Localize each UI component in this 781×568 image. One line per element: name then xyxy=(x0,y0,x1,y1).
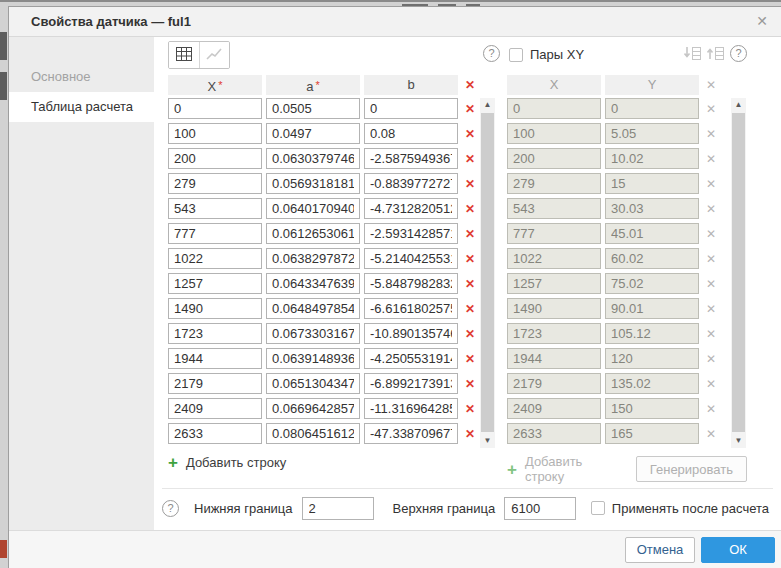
pair-y-input[interactable] xyxy=(605,298,699,319)
scrollbar-thumb[interactable] xyxy=(732,113,745,432)
generate-button[interactable]: Генерировать xyxy=(636,456,747,482)
pair-y-input[interactable] xyxy=(605,173,699,194)
sidebar-item-calc-table[interactable]: Таблица расчета xyxy=(9,92,154,122)
a-input[interactable] xyxy=(266,273,360,294)
pair-x-input[interactable] xyxy=(507,423,601,444)
delete-row-icon[interactable]: ✕ xyxy=(462,327,478,341)
pair-y-input[interactable] xyxy=(605,398,699,419)
x-input[interactable] xyxy=(168,148,262,169)
delete-row-icon[interactable]: ✕ xyxy=(462,302,478,316)
delete-pair-icon[interactable]: ✕ xyxy=(703,252,719,266)
scroll-up-icon[interactable]: ▲ xyxy=(731,98,746,112)
b-input[interactable] xyxy=(364,148,458,169)
pair-y-input[interactable] xyxy=(605,98,699,119)
clear-table-icon[interactable]: ✕ xyxy=(462,78,478,92)
x-input[interactable] xyxy=(168,298,262,319)
pair-y-input[interactable] xyxy=(605,123,699,144)
scroll-down-icon[interactable]: ▼ xyxy=(731,434,746,448)
pair-x-input[interactable] xyxy=(507,273,601,294)
pair-x-input[interactable] xyxy=(507,373,601,394)
help-icon-left-table[interactable]: ? xyxy=(483,45,500,62)
right-table-scrollbar[interactable]: ▲ ▼ xyxy=(731,98,746,448)
delete-row-icon[interactable]: ✕ xyxy=(462,102,478,116)
delete-row-icon[interactable]: ✕ xyxy=(462,277,478,291)
b-input[interactable] xyxy=(364,98,458,119)
delete-row-icon[interactable]: ✕ xyxy=(462,427,478,441)
delete-pair-icon[interactable]: ✕ xyxy=(703,352,719,366)
pair-y-input[interactable] xyxy=(605,423,699,444)
a-input[interactable] xyxy=(266,398,360,419)
pair-y-input[interactable] xyxy=(605,323,699,344)
pair-y-input[interactable] xyxy=(605,273,699,294)
x-input[interactable] xyxy=(168,98,262,119)
scrollbar-thumb[interactable] xyxy=(481,113,494,432)
delete-row-icon[interactable]: ✕ xyxy=(462,352,478,366)
scroll-down-icon[interactable]: ▼ xyxy=(480,434,495,448)
delete-pair-icon[interactable]: ✕ xyxy=(703,152,719,166)
pair-x-input[interactable] xyxy=(507,198,601,219)
x-input[interactable] xyxy=(168,373,262,394)
x-input[interactable] xyxy=(168,123,262,144)
delete-pair-icon[interactable]: ✕ xyxy=(703,302,719,316)
pair-x-input[interactable] xyxy=(507,123,601,144)
b-input[interactable] xyxy=(364,123,458,144)
table-arrow-down-icon[interactable] xyxy=(684,46,702,61)
a-input[interactable] xyxy=(266,423,360,444)
pair-x-input[interactable] xyxy=(507,323,601,344)
delete-pair-icon[interactable]: ✕ xyxy=(703,177,719,191)
delete-row-icon[interactable]: ✕ xyxy=(462,127,478,141)
scroll-up-icon[interactable]: ▲ xyxy=(480,98,495,112)
x-input[interactable] xyxy=(168,248,262,269)
pairs-xy-checkbox[interactable]: Пары XY xyxy=(509,47,584,62)
b-input[interactable] xyxy=(364,373,458,394)
x-input[interactable] xyxy=(168,198,262,219)
cancel-button[interactable]: Отмена xyxy=(625,537,695,563)
b-input[interactable] xyxy=(364,348,458,369)
pair-y-input[interactable] xyxy=(605,248,699,269)
pair-x-input[interactable] xyxy=(507,148,601,169)
pair-y-input[interactable] xyxy=(605,148,699,169)
a-input[interactable] xyxy=(266,373,360,394)
b-input[interactable] xyxy=(364,223,458,244)
left-table-scrollbar[interactable]: ▲ ▼ xyxy=(480,98,495,448)
a-input[interactable] xyxy=(266,148,360,169)
a-input[interactable] xyxy=(266,298,360,319)
pair-y-input[interactable] xyxy=(605,373,699,394)
a-input[interactable] xyxy=(266,248,360,269)
a-input[interactable] xyxy=(266,123,360,144)
delete-row-icon[interactable]: ✕ xyxy=(462,227,478,241)
x-input[interactable] xyxy=(168,348,262,369)
x-input[interactable] xyxy=(168,423,262,444)
b-input[interactable] xyxy=(364,273,458,294)
add-row-button[interactable]: + Добавить строку xyxy=(168,454,318,471)
add-pair-button[interactable]: + Добавить строку xyxy=(507,454,616,484)
delete-row-icon[interactable]: ✕ xyxy=(462,202,478,216)
pair-x-input[interactable] xyxy=(507,248,601,269)
delete-row-icon[interactable]: ✕ xyxy=(462,252,478,266)
pair-y-input[interactable] xyxy=(605,223,699,244)
b-input[interactable] xyxy=(364,298,458,319)
b-input[interactable] xyxy=(364,248,458,269)
delete-pair-icon[interactable]: ✕ xyxy=(703,277,719,291)
pair-y-input[interactable] xyxy=(605,198,699,219)
x-input[interactable] xyxy=(168,173,262,194)
delete-pair-icon[interactable]: ✕ xyxy=(703,327,719,341)
a-input[interactable] xyxy=(266,98,360,119)
help-icon-bounds[interactable]: ? xyxy=(162,500,179,517)
delete-pair-icon[interactable]: ✕ xyxy=(703,377,719,391)
delete-row-icon[interactable]: ✕ xyxy=(462,177,478,191)
upper-bound-input[interactable] xyxy=(504,497,576,520)
b-input[interactable] xyxy=(364,323,458,344)
b-input[interactable] xyxy=(364,173,458,194)
a-input[interactable] xyxy=(266,198,360,219)
help-icon-pairs[interactable]: ? xyxy=(730,45,747,62)
table-view-button[interactable] xyxy=(169,42,199,68)
delete-pair-icon[interactable]: ✕ xyxy=(703,227,719,241)
apply-after-calc-checkbox[interactable]: Применять после расчета xyxy=(591,501,769,516)
ok-button[interactable]: ОК xyxy=(701,537,775,563)
delete-pair-icon[interactable]: ✕ xyxy=(703,202,719,216)
a-input[interactable] xyxy=(266,348,360,369)
table-arrow-up-icon[interactable] xyxy=(707,46,725,61)
a-input[interactable] xyxy=(266,173,360,194)
delete-pair-icon[interactable]: ✕ xyxy=(703,402,719,416)
